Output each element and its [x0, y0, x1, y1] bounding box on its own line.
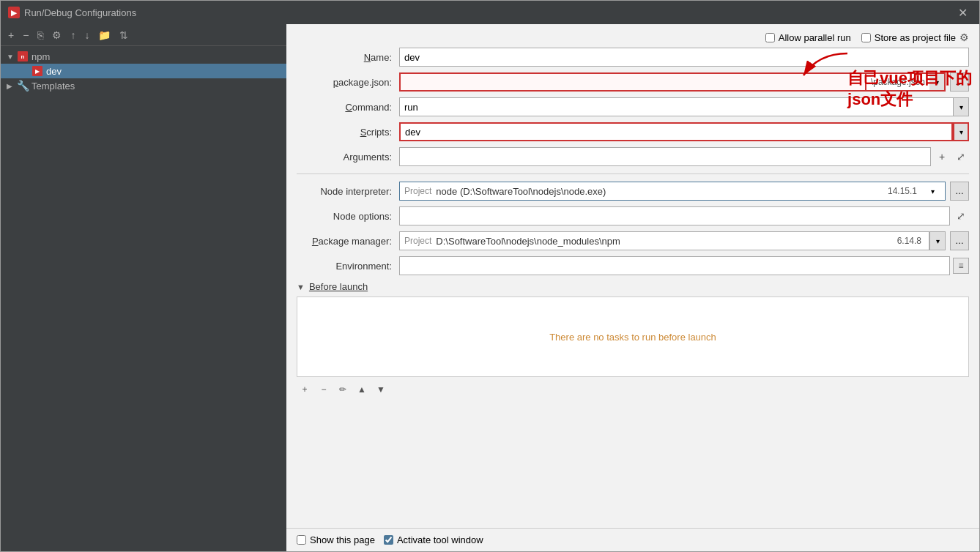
allow-parallel-group: Allow parallel run [765, 32, 851, 43]
pkg-project-badge: Project [404, 236, 431, 246]
pkg-manager-browse-btn[interactable]: … [950, 231, 969, 250]
arguments-row: Arguments: + ⤢ [297, 147, 969, 166]
add-button[interactable]: + [5, 28, 17, 42]
before-launch-toolbar: + − ✏ ▲ ▼ [297, 380, 969, 399]
bl-add-btn[interactable]: + [297, 381, 313, 398]
bl-up-btn[interactable]: ▲ [354, 381, 370, 398]
name-row: Name: [297, 48, 969, 67]
before-launch-box: There are no tasks to run before launch [297, 296, 969, 377]
node-interpreter-dropdown-btn[interactable]: ▾ [924, 182, 940, 201]
package-json-dropdown-btn[interactable]: ▾ [929, 72, 946, 92]
allow-parallel-checkbox[interactable] [765, 33, 775, 42]
name-label: Name: [297, 52, 399, 63]
templates-icon: 🔧 [17, 80, 29, 92]
pkg-manager-dropdown-btn[interactable]: ▾ [929, 231, 946, 250]
npm-expand-arrow: ▼ [7, 53, 17, 61]
command-input[interactable] [399, 97, 953, 116]
allow-parallel-label: Allow parallel run [779, 32, 851, 43]
show-page-group: Show this page [297, 534, 375, 545]
store-project-settings-icon[interactable]: ⚙ [959, 31, 969, 43]
before-launch-empty-msg: There are no tasks to run before launch [549, 332, 716, 343]
before-launch-header: ▼ Before launch [297, 281, 969, 292]
package-manager-row: Package manager: Project D:\SoftwareTool… [297, 231, 969, 250]
node-options-row: Node options: ⤢ [297, 206, 969, 225]
node-interpreter-browse-btn[interactable]: … [950, 182, 969, 201]
bl-remove-btn[interactable]: − [316, 381, 332, 398]
node-interpreter-path: node (D:\SoftwareTool\nodejs\node.exe) [436, 186, 606, 197]
command-combo: ▾ [399, 97, 969, 116]
move-down-button[interactable]: ↓ [81, 28, 92, 42]
package-json-browse-btn[interactable]: … [950, 72, 969, 92]
title-bar: ▶ Run/Debug Configurations ✕ [1, 1, 979, 24]
command-row: Command: ▾ [297, 97, 969, 116]
show-page-checkbox[interactable] [297, 535, 306, 545]
pkg-version-badge: 6.14.8 [897, 236, 921, 246]
name-input[interactable] [399, 48, 969, 67]
node-interpreter-label: Node interpreter: [297, 186, 399, 197]
dev-label: dev [46, 66, 62, 77]
close-button[interactable]: ✕ [954, 4, 972, 21]
arguments-add-btn[interactable]: + [934, 149, 950, 165]
environment-control: ≡ [399, 256, 969, 275]
bottom-bar: Show this page Activate tool window [286, 528, 979, 551]
package-manager-combo: Project D:\SoftwareTool\nodejs\node_modu… [399, 231, 946, 250]
node-interpreter-control: Project node (D:\SoftwareTool\nodejs\nod… [399, 182, 969, 201]
package-manager-control: Project D:\SoftwareTool\nodejs\node_modu… [399, 231, 969, 250]
environment-input[interactable] [399, 256, 950, 275]
left-panel: + − ⎘ ⚙ ↑ ↓ 📁 ⇅ ▼ n npm [1, 24, 286, 551]
node-version-badge: 14.15.1 [888, 186, 920, 196]
package-json-path-text: \package.json [866, 72, 929, 92]
divider1 [297, 174, 969, 174]
package-manager-field: Project D:\SoftwareTool\nodejs\node_modu… [399, 231, 929, 250]
templates-label: Templates [31, 81, 75, 92]
arguments-label: Arguments: [297, 152, 399, 163]
scripts-combo: ▾ [399, 122, 969, 141]
node-options-control: ⤢ [399, 206, 969, 225]
arguments-input[interactable] [399, 147, 931, 166]
command-control: ▾ [399, 97, 969, 116]
node-options-expand-btn[interactable]: ⤢ [953, 208, 969, 224]
package-json-control: \package.json ▾ … [399, 72, 969, 92]
right-panel: Allow parallel run Store as project file… [286, 24, 979, 551]
activate-tool-checkbox[interactable] [384, 535, 393, 545]
move-up-button[interactable]: ↑ [67, 28, 78, 42]
scripts-row: Scripts: ▾ [297, 122, 969, 141]
tree-npm-node[interactable]: ▼ n npm [1, 49, 286, 64]
tree-templates-node[interactable]: ▶ 🔧 Templates [1, 78, 286, 93]
scripts-control: ▾ [399, 122, 969, 141]
run-debug-dialog: ▶ Run/Debug Configurations ✕ + − ⎘ ⚙ ↑ ↓… [0, 0, 980, 552]
tree-dev-node[interactable]: ▶ dev [1, 64, 286, 78]
scripts-label: Scripts: [297, 127, 399, 138]
package-json-label: package.json: [297, 77, 399, 88]
settings-button[interactable]: ⚙ [49, 28, 64, 42]
scripts-dropdown-btn[interactable]: ▾ [953, 122, 969, 141]
name-control [399, 48, 969, 67]
before-launch-collapse-btn[interactable]: ▼ [297, 283, 305, 291]
command-dropdown-btn[interactable]: ▾ [953, 97, 969, 116]
main-content: + − ⎘ ⚙ ↑ ↓ 📁 ⇅ ▼ n npm [1, 24, 979, 551]
store-project-label: Store as project file [875, 32, 956, 43]
package-manager-label: Package manager: [297, 236, 399, 247]
copy-button[interactable]: ⎘ [34, 28, 46, 42]
arguments-control: + ⤢ [399, 147, 969, 166]
store-project-checkbox[interactable] [861, 33, 871, 42]
environment-settings-btn[interactable]: ≡ [953, 258, 969, 274]
scripts-input[interactable] [399, 122, 953, 141]
node-interpreter-row: Node interpreter: Project node (D:\Softw… [297, 182, 969, 201]
configuration-toolbar: + − ⎘ ⚙ ↑ ↓ 📁 ⇅ [1, 24, 286, 46]
bl-down-btn[interactable]: ▼ [373, 381, 389, 398]
sort-button[interactable]: ⇅ [116, 28, 131, 42]
arguments-expand-btn[interactable]: ⤢ [953, 149, 969, 165]
package-json-combo: \package.json ▾ [399, 72, 946, 92]
remove-button[interactable]: − [20, 28, 31, 42]
node-options-label: Node options: [297, 211, 399, 222]
package-json-row: package.json: \package.json ▾ … [297, 72, 969, 92]
bl-edit-btn[interactable]: ✏ [335, 381, 351, 398]
store-project-group: Store as project file ⚙ [861, 31, 969, 43]
environment-label: Environment: [297, 261, 399, 272]
show-page-label: Show this page [310, 534, 375, 545]
npm-label: npm [31, 51, 50, 62]
folder-button[interactable]: 📁 [95, 28, 114, 42]
package-json-input[interactable] [399, 72, 866, 92]
node-options-input[interactable] [399, 206, 950, 225]
